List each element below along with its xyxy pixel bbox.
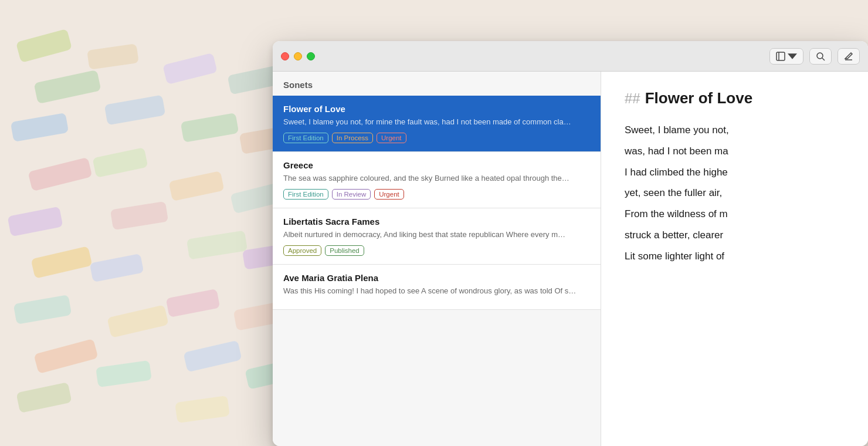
tag-published: Published [325,245,364,256]
bg-stripe [110,201,168,230]
body-line: yet, seen the fuller air, [625,184,845,202]
chevron-down-icon [788,52,797,61]
bg-stripe [16,29,72,63]
body-line: I had climbed the highe [625,164,845,181]
tag-first-edition: First Edition [283,133,328,143]
bg-stripe [33,70,101,104]
body-line: was, had I not been ma [625,143,845,160]
note-tags: First EditionIn ProcessUrgent [283,133,590,143]
main-title: Flower of Love [645,89,752,107]
note-tags: First EditionIn ReviewUrgent [283,189,590,200]
main-content-area: ## Flower of Love Sweet, I blame you not… [601,72,868,446]
svg-line-3 [822,58,825,60]
note-preview: Was this His coming! I had hoped to see … [283,286,590,297]
note-preview: Albeit nurtured in democracy, And liking… [283,229,590,241]
body-line: Lit some lighter light of [625,248,845,265]
sidebar: Sonets Flower of LoveSweet, I blame you … [273,72,601,446]
bg-stripe [28,157,92,191]
heading-hash: ## [625,90,640,107]
tag-approved: Approved [283,245,321,256]
app-window: Sonets Flower of LoveSweet, I blame you … [273,41,868,446]
bg-stripe [33,339,98,374]
tag-urgent: Urgent [374,189,404,200]
note-item-flower-of-love[interactable]: Flower of LoveSweet, I blame you not, fo… [273,96,601,152]
main-body: Sweet, I blame you not,was, had I not be… [625,121,845,265]
bg-stripe [92,147,148,178]
bg-stripe [168,171,224,201]
tag-first-edition: First Edition [283,189,328,200]
tag-in-review: In Review [332,189,371,200]
note-preview: The sea was sapphire coloured, and the s… [283,173,590,184]
note-preview: Sweet, I blame you not, for mine the fau… [283,117,590,128]
main-heading: ## Flower of Love [625,89,845,107]
note-title: Libertatis Sacra Fames [283,217,590,227]
bg-stripe [11,113,69,142]
bg-stripe [107,305,168,338]
note-item-ave-maria-gratia-plena[interactable]: Ave Maria Gratia PlenaWas this His comin… [273,265,601,310]
bg-stripe [13,295,72,325]
tag-urgent: Urgent [377,133,406,143]
note-tags: ApprovedPublished [283,245,590,256]
search-button[interactable] [809,48,832,65]
content-area: Sonets Flower of LoveSweet, I blame you … [273,72,868,446]
sidebar-heading: Sonets [273,72,601,96]
tag-in-process: In Process [332,133,373,143]
bg-stripe [90,254,144,282]
bg-stripe [30,246,92,279]
bg-stripe [96,360,152,387]
bg-stripe [87,43,139,70]
note-item-greece[interactable]: GreeceThe sea was sapphire coloured, and… [273,152,601,208]
note-title: Ave Maria Gratia Plena [283,273,590,283]
bg-stripe [183,340,242,372]
bg-stripe [175,396,230,423]
bg-stripe [16,382,72,413]
note-item-libertatis-sacra-fames[interactable]: Libertatis Sacra FamesAlbeit nurtured in… [273,208,601,265]
bg-stripe [227,66,280,95]
note-list: Flower of LoveSweet, I blame you not, fo… [273,96,601,446]
search-icon [816,52,825,61]
bg-stripe [181,113,239,143]
fullscreen-button[interactable] [307,52,315,60]
svg-rect-0 [777,52,785,60]
body-line: struck a better, clearer [625,227,845,244]
bg-stripe [166,289,221,317]
titlebar [273,41,868,72]
svg-point-2 [817,53,823,59]
note-title: Flower of Love [283,104,590,114]
compose-button[interactable] [838,48,860,65]
minimize-button[interactable] [294,52,302,60]
bg-stripe [104,95,166,126]
compose-icon [844,52,853,61]
body-line: Sweet, I blame you not, [625,121,845,139]
traffic-lights [281,52,315,60]
note-title: Greece [283,160,590,170]
bg-stripe [162,53,218,85]
body-line: From the wildness of m [625,205,845,223]
sidebar-toggle-button[interactable] [769,48,803,65]
bg-stripe [7,207,63,237]
bg-stripe [187,230,247,259]
close-button[interactable] [281,52,289,60]
